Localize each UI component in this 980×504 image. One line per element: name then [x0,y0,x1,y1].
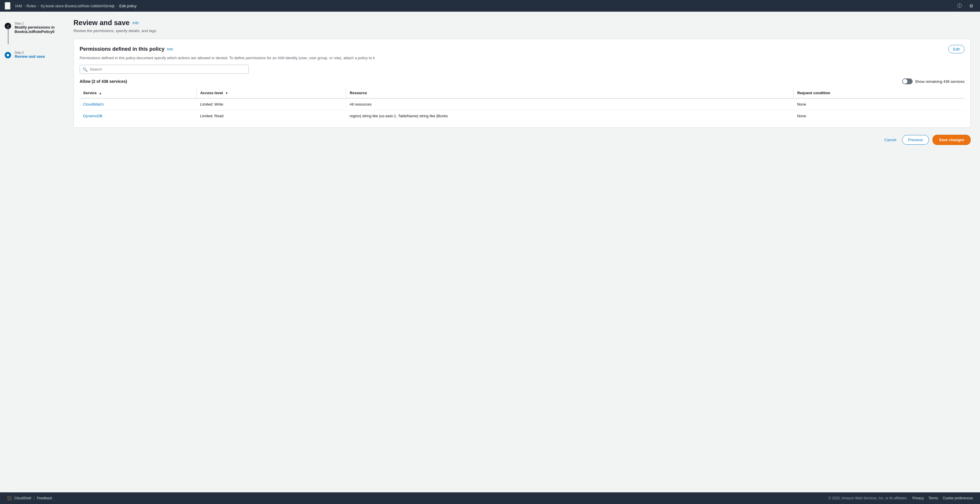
col-header-request-condition: Request condition [794,88,964,98]
main-layout: ✓ Step 1 Modify permissions in BooksList… [0,12,980,492]
permissions-table: Service ▲ Access level ▼ Resource Reques… [80,88,964,122]
sort-asc-icon: ▲ [99,92,102,95]
step-1-number: Step 1 [14,22,59,25]
show-remaining-label: Show remaining 436 services [915,79,964,84]
show-remaining-toggle[interactable] [902,78,913,84]
breadcrumb-sep-1: › [24,4,25,8]
cell-service-0: CloudWatch [80,98,197,110]
col-header-access-level[interactable]: Access level ▼ [197,88,346,98]
breadcrumb-sep-2: › [38,4,39,8]
feedback-link[interactable]: Feedback [37,496,52,500]
panel-title: Permissions defined in this policy [80,46,164,52]
previous-button[interactable]: Previous [902,135,929,145]
col-header-service[interactable]: Service ▲ [80,88,197,98]
step-2-indicator [5,52,11,58]
page-header: Review and save Info Review the permissi… [73,19,970,33]
settings-icon-button[interactable]: ⚙ [967,2,975,10]
page-info-link[interactable]: Info [132,21,139,25]
allow-label: Allow (2 of 438 services) [80,79,127,84]
cell-request-condition-1: None [794,110,964,122]
search-input[interactable] [80,65,249,74]
breadcrumb-iam[interactable]: IAM [15,4,22,8]
table-row: DynamoDB Limited: Read region| string li… [80,110,964,122]
step-1-title: Modify permissions in BooksListRolePolic… [14,25,59,34]
settings-icon: ⚙ [969,3,973,9]
cell-access-level-1: Limited: Read [197,110,346,122]
step-2-number: Step 2 [14,51,45,54]
breadcrumb-current: Edit policy [119,4,137,8]
hamburger-menu[interactable]: ☰ [5,2,11,10]
panel-description: Permissions defined in this policy docum… [80,56,964,60]
cookie-link[interactable]: Cookie preferences [943,496,973,500]
page-title: Review and save [73,19,129,27]
cloudshell-icon: ⬛ [7,496,12,501]
cell-resource-0: All resources [346,98,794,110]
info-icon: ⓘ [957,3,962,9]
panel-title-row: Permissions defined in this policy Info [80,46,173,52]
step-1-content: Step 1 Modify permissions in BooksListRo… [14,19,59,34]
search-icon: 🔍 [83,67,88,72]
cloudshell-link[interactable]: CloudShell [14,496,31,500]
content-area: Review and save Info Review the permissi… [64,12,980,492]
allow-row: Allow (2 of 438 services) Show remaining… [80,78,964,84]
nav-icons: ⓘ ⚙ [956,2,975,10]
top-navigation: ☰ IAM › Roles › fcj-book-store-BooksList… [0,0,980,12]
breadcrumb: IAM › Roles › fcj-book-store-BooksListRo… [15,4,956,8]
save-changes-button[interactable]: Save changes [932,135,970,145]
step-2-title: Review and save [14,54,45,59]
table-row: CloudWatch Limited: Write All resources … [80,98,964,110]
table-header-row: Service ▲ Access level ▼ Resource Reques… [80,88,964,98]
cancel-button[interactable]: Cancel [882,136,898,144]
action-bar: Cancel Previous Save changes [73,135,970,145]
page-title-row: Review and save Info [73,19,970,27]
service-link-1[interactable]: DynamoDB [83,114,102,118]
panel-info-link[interactable]: Info [167,47,173,51]
cell-access-level-0: Limited: Write [197,98,346,110]
cell-request-condition-0: None [794,98,964,110]
cell-resource-1: region| string like |us-east-1, TableNam… [346,110,794,122]
breadcrumb-roles[interactable]: Roles [27,4,36,8]
breadcrumb-sep-3: › [116,4,118,8]
col-header-resource: Resource [346,88,794,98]
terms-link[interactable]: Terms [928,496,938,500]
footer-left: ⬛ CloudShell | Feedback [7,496,52,501]
panel-header: Permissions defined in this policy Info … [80,45,964,53]
sidebar: ✓ Step 1 Modify permissions in BooksList… [0,12,64,492]
sort-desc-icon: ▼ [225,92,228,95]
footer-divider-1: | [33,496,34,500]
search-container: 🔍 [80,65,964,74]
permissions-panel: Permissions defined in this policy Info … [73,39,970,128]
edit-button[interactable]: Edit [948,45,964,53]
step-1: ✓ Step 1 Modify permissions in BooksList… [5,19,59,34]
cell-service-1: DynamoDB [80,110,197,122]
step-1-indicator: ✓ [5,23,11,29]
footer: ⬛ CloudShell | Feedback © 2025, Amazon W… [0,492,980,504]
step-2: Step 2 Review and save [5,48,59,59]
privacy-link[interactable]: Privacy [912,496,924,500]
footer-copyright: © 2025, Amazon Web Services, Inc. or its… [828,496,908,500]
service-link-0[interactable]: CloudWatch [83,102,103,107]
page-subtitle: Review the permissions, specify details,… [73,29,970,33]
show-remaining-container: Show remaining 436 services [902,78,964,84]
breadcrumb-role-name[interactable]: fcj-book-store-BooksListRole-UdtbbHSbnkj… [41,4,115,8]
footer-right: © 2025, Amazon Web Services, Inc. or its… [828,496,973,500]
step-2-content: Step 2 Review and save [14,48,45,59]
info-icon-button[interactable]: ⓘ [956,2,964,10]
